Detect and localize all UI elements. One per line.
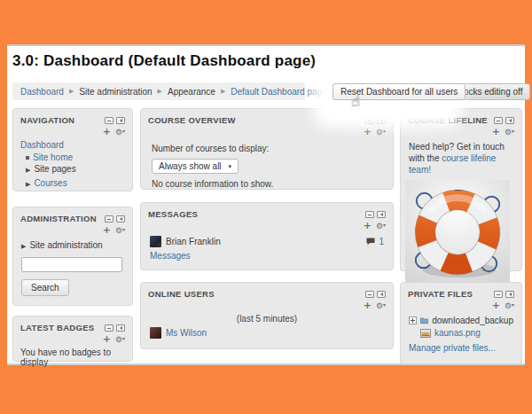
move-block-icon[interactable] [492, 126, 500, 137]
collapse-block-icon[interactable] [105, 324, 113, 332]
online-users-block: ONLINE USERS (last 5 minutes) Ms Wilson [140, 282, 394, 349]
navigation-block: NAVIGATION Dashboard Site home Site page… [12, 108, 133, 191]
chevron-down-icon[interactable] [383, 301, 386, 308]
collapse-block-icon[interactable] [494, 117, 503, 124]
chevron-down-icon[interactable] [122, 335, 125, 341]
chevron-down-icon[interactable] [512, 301, 514, 308]
badges-empty-text: You have no badges to display [13, 344, 132, 367]
dock-block-icon[interactable] [377, 291, 386, 298]
dock-block-icon[interactable] [505, 291, 514, 298]
admin-search-input[interactable] [21, 257, 122, 272]
collapse-block-icon[interactable] [365, 291, 374, 298]
course-overview-block-title: COURSE OVERVIEW [148, 115, 236, 125]
speech-bubble-icon [366, 238, 375, 246]
nav-item-courses[interactable]: Courses [34, 178, 66, 188]
messages-block-title: MESSAGES [148, 209, 198, 219]
private-files-block: PRIVATE FILES downloaded_backup [400, 282, 522, 364]
messages-block: MESSAGES Brian Franklin 1 Messages [140, 202, 394, 270]
image-file-icon [420, 329, 431, 338]
administration-block-title: ADMINISTRATION [20, 214, 97, 223]
gear-icon[interactable] [376, 222, 383, 230]
nav-item-site-pages[interactable]: Site pages [34, 164, 75, 174]
message-contact-name[interactable]: Brian Franklin [166, 237, 366, 246]
manage-private-files-link[interactable]: Manage private files... [409, 343, 496, 353]
collapse-block-icon[interactable] [105, 117, 113, 124]
dock-block-icon[interactable] [377, 211, 386, 218]
expand-arrow-icon[interactable] [26, 167, 30, 174]
latest-badges-block-title: LATEST BADGES [20, 323, 94, 332]
avatar[interactable] [150, 236, 161, 247]
chevron-down-icon[interactable] [512, 128, 514, 134]
private-file-link[interactable]: kaunas.png [434, 328, 481, 338]
breadcrumb-separator-icon: ▶ [69, 88, 74, 95]
course-lifeline-block: COURSE LIFELINE Need help? Get in touch … [400, 108, 522, 271]
breadcrumb-separator-icon: ▶ [158, 88, 162, 95]
nav-item-dashboard[interactable]: Dashboard [20, 140, 64, 150]
unread-message-count[interactable]: 1 [379, 237, 384, 246]
chevron-down-icon[interactable] [122, 226, 125, 232]
breadcrumb: Dashboard ▶ Site administration ▶ Appear… [12, 82, 305, 100]
expand-arrow-icon[interactable] [21, 243, 26, 250]
gear-icon[interactable] [505, 128, 512, 137]
online-users-block-title: ONLINE USERS [148, 289, 215, 299]
latest-badges-block: LATEST BADGES You have no badges to disp… [12, 316, 133, 362]
courses-display-select[interactable]: Always show all [152, 159, 239, 174]
online-user-link[interactable]: Ms Wilson [166, 328, 207, 338]
collapse-block-icon[interactable] [365, 211, 374, 218]
course-overview-empty-text: No course information to show. [152, 179, 382, 189]
lifebuoy-image [405, 180, 517, 285]
tree-expand-icon[interactable] [409, 316, 417, 324]
dock-block-icon[interactable] [116, 324, 125, 332]
move-block-icon[interactable] [364, 126, 372, 137]
move-block-icon[interactable] [364, 220, 372, 231]
gear-icon[interactable] [376, 301, 383, 310]
folder-icon [420, 316, 428, 325]
move-block-icon[interactable] [492, 300, 500, 311]
gear-icon[interactable] [376, 128, 383, 137]
hand-cursor-icon: ☝ [351, 92, 360, 109]
gear-icon[interactable] [505, 301, 512, 310]
dock-block-icon[interactable] [505, 117, 514, 124]
move-block-icon[interactable] [103, 126, 111, 137]
page-background: 3.0: Dashboard (Default Dashboard page) … [0, 0, 532, 414]
private-files-block-title: PRIVATE FILES [408, 289, 473, 299]
breadcrumb-separator-icon: ▶ [221, 88, 225, 95]
gear-icon[interactable] [115, 335, 122, 344]
breadcrumb-site-administration[interactable]: Site administration [79, 87, 152, 97]
collapse-block-icon[interactable] [105, 215, 113, 223]
chevron-down-icon[interactable] [383, 222, 386, 228]
breadcrumb-appearance[interactable]: Appearance [168, 87, 215, 97]
nav-item-site-home[interactable]: Site home [33, 152, 73, 162]
admin-search-button[interactable]: Search [21, 279, 69, 296]
collapse-block-icon[interactable] [494, 291, 503, 298]
gear-icon[interactable] [115, 128, 122, 137]
move-block-icon[interactable] [364, 300, 372, 311]
gear-icon[interactable] [115, 226, 122, 235]
messages-link[interactable]: Messages [150, 251, 191, 261]
online-users-period: (last 5 minutes) [150, 314, 384, 324]
move-block-icon[interactable] [103, 333, 111, 345]
chevron-down-icon[interactable] [122, 128, 125, 134]
move-block-icon[interactable] [103, 224, 111, 236]
breadcrumb-dashboard[interactable]: Dashboard [20, 87, 64, 97]
course-overview-block: COURSE OVERVIEW Number of courses to dis… [140, 108, 394, 190]
chevron-down-icon [229, 163, 232, 170]
administration-block: ADMINISTRATION Site administration Searc… [12, 207, 133, 306]
dock-block-icon[interactable] [116, 117, 125, 124]
courses-display-select-value: Always show all [159, 161, 222, 171]
expand-arrow-icon[interactable] [26, 181, 30, 188]
chevron-down-icon[interactable] [383, 128, 386, 134]
page-title: 3.0: Dashboard (Default Dashboard page) [12, 52, 316, 70]
dock-block-icon[interactable] [116, 215, 125, 223]
navigation-block-title: NAVIGATION [20, 115, 74, 125]
admin-item-site-administration[interactable]: Site administration [29, 240, 102, 250]
private-files-folder[interactable]: downloaded_backup [432, 316, 513, 325]
bullet-icon [26, 156, 29, 160]
breadcrumb-default-dashboard-page[interactable]: Default Dashboard page [231, 87, 326, 97]
courses-display-label: Number of courses to display: [152, 144, 382, 153]
avatar[interactable] [150, 327, 161, 339]
